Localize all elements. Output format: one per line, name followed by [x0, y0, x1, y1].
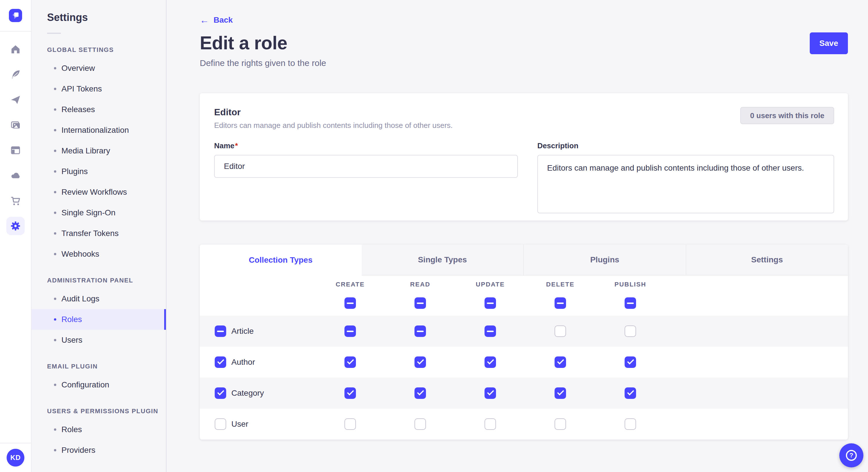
- sidebar-item-label: Transfer Tokens: [61, 229, 119, 238]
- article-update-checkbox[interactable]: [485, 326, 496, 337]
- column-header-read: READ: [385, 281, 455, 288]
- bullet-icon: [54, 150, 56, 152]
- role-name-input[interactable]: [214, 155, 518, 178]
- bullet-icon: [54, 384, 56, 386]
- permission-row-category: Category: [200, 378, 848, 409]
- bullet-icon: [54, 212, 56, 214]
- select-all-checkbox-delete[interactable]: [555, 297, 566, 309]
- row-checkbox-article[interactable]: [215, 326, 226, 337]
- user-create-checkbox[interactable]: [344, 418, 356, 430]
- paper-plane-icon[interactable]: [10, 94, 21, 105]
- strapi-logo[interactable]: [9, 9, 22, 22]
- help-button[interactable]: ?: [839, 443, 863, 467]
- sidebar-section-header: USERS & PERMISSIONS PLUGIN: [32, 407, 166, 416]
- author-read-checkbox[interactable]: [414, 357, 426, 368]
- category-update-checkbox[interactable]: [485, 387, 496, 399]
- author-publish-checkbox[interactable]: [625, 357, 636, 368]
- row-checkbox-category[interactable]: [215, 387, 226, 399]
- cart-icon[interactable]: [10, 195, 21, 206]
- tab-single-types[interactable]: Single Types: [362, 245, 524, 276]
- bullet-icon: [54, 429, 56, 431]
- sidebar-item-review-workflows[interactable]: Review Workflows: [32, 182, 166, 202]
- role-name-heading: Editor: [214, 107, 453, 117]
- sidebar-section-header: EMAIL PLUGIN: [32, 362, 166, 371]
- article-delete-checkbox[interactable]: [555, 326, 566, 337]
- sidebar-item-label: Plugins: [61, 167, 88, 176]
- rail-icon-list: [0, 32, 31, 443]
- bullet-icon: [54, 67, 56, 69]
- user-avatar[interactable]: KD: [7, 449, 24, 467]
- user-delete-checkbox[interactable]: [555, 418, 566, 430]
- logo-cell: [0, 0, 31, 32]
- sidebar-item-configuration[interactable]: Configuration: [32, 374, 166, 395]
- sidebar-item-label: Roles: [61, 425, 82, 434]
- help-icon: ?: [846, 450, 857, 461]
- row-label: Article: [231, 327, 254, 336]
- home-icon[interactable]: [10, 43, 21, 55]
- bullet-icon: [54, 298, 56, 300]
- permission-row-author: Author: [200, 347, 848, 378]
- sidebar-item-roles[interactable]: Roles: [32, 419, 166, 440]
- category-read-checkbox[interactable]: [414, 387, 426, 399]
- article-read-checkbox[interactable]: [414, 326, 426, 337]
- sidebar-item-roles[interactable]: Roles: [32, 309, 166, 330]
- user-publish-checkbox[interactable]: [625, 418, 636, 430]
- required-asterisk: *: [235, 141, 238, 150]
- article-create-checkbox[interactable]: [344, 326, 356, 337]
- sidebar-item-label: Overview: [61, 64, 95, 73]
- name-field-label: Name*: [214, 141, 518, 150]
- sidebar-section-header: GLOBAL SETTINGS: [32, 45, 166, 55]
- users-count-badge: 0 users with this role: [740, 107, 834, 124]
- user-read-checkbox[interactable]: [414, 418, 426, 430]
- column-header-publish: PUBLISH: [595, 281, 665, 288]
- tab-collection-types[interactable]: Collection Types: [200, 245, 362, 276]
- sidebar-item-plugins[interactable]: Plugins: [32, 161, 166, 182]
- sidebar-item-api-tokens[interactable]: API Tokens: [32, 78, 166, 99]
- role-description-textarea[interactable]: Editors can manage and publish contents …: [537, 155, 834, 213]
- cloud-icon[interactable]: [10, 170, 21, 181]
- sidebar-item-single-sign-on[interactable]: Single Sign-On: [32, 202, 166, 223]
- bullet-icon: [54, 449, 56, 451]
- row-checkbox-author[interactable]: [215, 357, 226, 368]
- user-update-checkbox[interactable]: [485, 418, 496, 430]
- back-link[interactable]: ← Back: [200, 15, 233, 25]
- save-button[interactable]: Save: [810, 32, 848, 54]
- row-label: User: [231, 419, 248, 429]
- sidebar-item-providers[interactable]: Providers: [32, 440, 166, 461]
- sidebar-item-audit-logs[interactable]: Audit Logs: [32, 289, 166, 309]
- sidebar-item-media-library[interactable]: Media Library: [32, 140, 166, 161]
- tab-plugins[interactable]: Plugins: [523, 245, 686, 276]
- feather-icon[interactable]: [10, 69, 21, 80]
- sidebar-item-overview[interactable]: Overview: [32, 58, 166, 78]
- sidebar-item-webhooks[interactable]: Webhooks: [32, 244, 166, 264]
- sidebar-item-internationalization[interactable]: Internationalization: [32, 120, 166, 140]
- category-delete-checkbox[interactable]: [555, 387, 566, 399]
- author-update-checkbox[interactable]: [485, 357, 496, 368]
- bullet-icon: [54, 170, 56, 173]
- layout-icon[interactable]: [10, 144, 21, 156]
- select-all-checkbox-update[interactable]: [485, 297, 496, 309]
- select-all-checkbox-publish[interactable]: [625, 297, 636, 309]
- author-delete-checkbox[interactable]: [555, 357, 566, 368]
- sidebar-item-transfer-tokens[interactable]: Transfer Tokens: [32, 223, 166, 244]
- bullet-icon: [54, 129, 56, 131]
- media-library-icon[interactable]: [10, 119, 21, 131]
- author-create-checkbox[interactable]: [344, 357, 356, 368]
- row-label: Category: [231, 389, 264, 398]
- sidebar-item-label: Releases: [61, 105, 95, 114]
- select-all-checkbox-create[interactable]: [344, 297, 356, 309]
- settings-gear-icon[interactable]: [10, 220, 21, 232]
- tab-settings[interactable]: Settings: [686, 245, 848, 276]
- sidebar-item-users[interactable]: Users: [32, 330, 166, 350]
- sidebar-item-releases[interactable]: Releases: [32, 99, 166, 120]
- category-create-checkbox[interactable]: [344, 387, 356, 399]
- permissions-table-header: CREATEREADUPDATEDELETEPUBLISH: [200, 276, 848, 316]
- bullet-icon: [54, 318, 56, 321]
- article-publish-checkbox[interactable]: [625, 326, 636, 337]
- back-arrow-icon: ←: [200, 16, 209, 24]
- row-checkbox-user[interactable]: [215, 418, 226, 430]
- select-all-checkbox-read[interactable]: [414, 297, 426, 309]
- category-publish-checkbox[interactable]: [625, 387, 636, 399]
- permissions-table-body: ArticleAuthorCategoryUser: [200, 316, 848, 440]
- column-header-create: CREATE: [315, 281, 385, 288]
